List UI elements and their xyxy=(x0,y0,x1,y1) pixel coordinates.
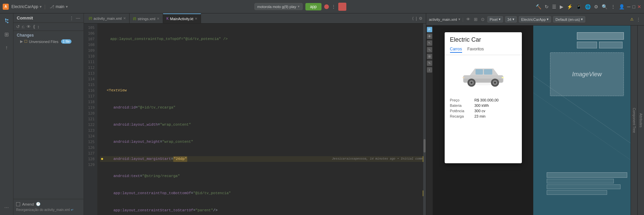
sidebar-icon-bar: ⊞ ↑ ··· xyxy=(0,13,13,215)
cursor-button[interactable]: ↖ xyxy=(427,40,432,46)
code-line: android:layout_height="wrap_content" xyxy=(100,139,424,145)
price-label: Preço xyxy=(450,98,472,102)
code-line: app:layout_constraintTop_toBottomOf="@id… xyxy=(100,190,424,196)
restore-icon[interactable]: □ xyxy=(633,4,635,9)
commit-minimize-icon[interactable]: — xyxy=(76,15,80,20)
stop-button[interactable] xyxy=(338,3,346,11)
run-button[interactable]: app xyxy=(305,3,321,10)
code-line xyxy=(100,53,424,59)
charge-value: 23 min xyxy=(475,114,486,118)
code-line: android:id="@+id/tv_recarga" xyxy=(100,105,424,111)
move-icon[interactable]: ↕ xyxy=(37,24,40,29)
vertical-scrollbar[interactable] xyxy=(423,24,426,215)
more-run-icon[interactable]: ⋮ xyxy=(332,4,336,9)
unversioned-files-row[interactable]: ▶ ☐ Unversioned Files 1 file xyxy=(13,38,84,45)
imageview-placeholder: ImageView xyxy=(550,52,624,96)
code-line: app:layout_constraintStart_toStartOf="pa… xyxy=(100,208,424,213)
text-cursor-button[interactable]: I xyxy=(427,67,432,73)
account-icon[interactable]: 👤 xyxy=(619,4,625,9)
split-icon[interactable]: | xyxy=(416,16,417,21)
scrollbar-thumb[interactable] xyxy=(424,139,426,153)
edit-button[interactable]: ✎ xyxy=(427,60,432,66)
preview-secondary: ImageView xyxy=(533,26,631,215)
build-icon[interactable]: 🔨 xyxy=(536,4,541,9)
charge-row: Recarga 23 min xyxy=(450,114,516,118)
bp-row-2 xyxy=(547,179,614,183)
reorganizacao-text: Reorganização do activity_main.xml ↵ xyxy=(16,208,81,212)
split-left-icon[interactable]: ⟨ xyxy=(412,16,414,21)
app-details: Preço R$ 300.000,00 Bateria 300 kWh Potê… xyxy=(445,95,522,122)
refresh-icon[interactable]: ↺ xyxy=(16,24,20,29)
branch-selector[interactable]: ⎇ main ▾ xyxy=(50,4,68,9)
sidebar-item-git[interactable] xyxy=(2,16,11,26)
device-manager-icon[interactable]: 📱 xyxy=(576,4,582,9)
tab-mainactivity-close-icon[interactable]: ✕ xyxy=(195,17,197,20)
main-layout: ⊞ ↑ ··· Commit ⋮ — ↺ ⎌ 👁 ⟪ ↕ Changes ▶ ☐… xyxy=(0,13,644,215)
amend-checkbox[interactable] xyxy=(16,202,20,206)
close-icon[interactable]: ✕ xyxy=(637,4,641,9)
settings-icon[interactable]: ⚙ xyxy=(594,4,598,9)
charge-label: Recarga xyxy=(450,114,472,118)
run-label: app xyxy=(310,4,317,9)
minimize-icon[interactable]: ─ xyxy=(627,4,631,9)
preview-phone: Electric Car Carros Favoritos xyxy=(433,26,533,215)
app-selector[interactable]: ElectricCarApp ▾ xyxy=(519,16,551,23)
nav-favoritos[interactable]: Favoritos xyxy=(467,47,484,53)
amend-label: Amend xyxy=(22,202,34,206)
device-selector[interactable]: motorola moto g(9) play ▾ xyxy=(254,3,303,10)
palette-button-active[interactable]: P xyxy=(427,27,432,32)
svg-point-1 xyxy=(7,22,8,23)
locale-selector[interactable]: Default (en-us) ▾ xyxy=(553,16,585,23)
revert-icon[interactable]: ⎌ xyxy=(22,24,24,29)
more-vertical-icon[interactable]: ⋮ xyxy=(611,4,615,9)
search-icon[interactable]: 🔍 xyxy=(602,4,607,9)
tab-strings-label: strings.xml xyxy=(138,17,155,21)
bp-row-4 xyxy=(547,190,607,195)
editor-tabs: ⟨/⟩ activity_main.xml ✕ ⟨/⟩ strings.xml … xyxy=(84,13,426,24)
resize-button[interactable]: ⤡ xyxy=(427,47,432,52)
battery-value: 300 kWh xyxy=(475,103,489,108)
sync-icon[interactable]: ↻ xyxy=(545,4,549,9)
code-content[interactable]: app:layout_constraintTop_toTopOf="@id/tv… xyxy=(97,24,424,215)
commit-menu-icon[interactable]: ⋮ xyxy=(69,15,74,20)
run-debug-icon[interactable]: ▶ xyxy=(560,4,563,9)
tab-close-icon[interactable]: ✕ xyxy=(123,16,126,20)
sidebar-item-push[interactable]: ↑ xyxy=(2,43,11,52)
translate-icon[interactable]: 🌐 xyxy=(585,4,591,9)
api-selector[interactable]: 34 ▾ xyxy=(505,16,517,23)
tab-activity-main[interactable]: ⟨/⟩ activity_main.xml ✕ xyxy=(85,13,130,23)
code-line xyxy=(100,71,424,76)
diff-settings-icon[interactable]: ⟪ xyxy=(33,24,35,29)
editor-settings-icon[interactable]: ⚙ xyxy=(419,16,423,21)
amend-row: Amend 🕐 xyxy=(16,202,81,206)
eye-tool-button[interactable]: 👁 xyxy=(427,34,432,39)
pixel-selector[interactable]: Pixel ▾ xyxy=(487,16,503,23)
diff-icon[interactable]: 👁 xyxy=(27,24,31,29)
blueprint-area xyxy=(577,32,624,48)
separator-icon: | xyxy=(44,4,46,9)
preview-zoom-icon[interactable]: ⊙ xyxy=(480,16,485,23)
nav-carros[interactable]: Carros xyxy=(450,47,462,53)
app-mockup: Electric Car Carros Favoritos xyxy=(445,32,522,163)
ruler-button[interactable]: ⊞ xyxy=(427,54,432,59)
battery-label: Bateria xyxy=(450,103,472,108)
app-name[interactable]: ElectricCarApp ▾ xyxy=(11,4,42,9)
sidebar-item-structure[interactable]: ⊞ xyxy=(2,30,11,39)
profiler-icon[interactable]: ⚡ xyxy=(567,4,573,9)
bp-row-1 xyxy=(547,172,627,178)
preview-blueprint-icon[interactable]: ⊞ xyxy=(473,16,478,23)
tab-strings-close-icon[interactable]: ✕ xyxy=(157,17,159,20)
imageview-label: ImageView xyxy=(572,71,602,78)
tasks-icon[interactable]: ☰ xyxy=(552,4,556,9)
tab-mainactivity[interactable]: K MainActivity.kt ✕ xyxy=(163,13,201,23)
component-tree-bar[interactable]: Component Tree xyxy=(631,26,637,215)
commit-inline-label: Jessicaraissapessoa, 14 minutes ago • In… xyxy=(332,156,423,162)
attributes-bar[interactable]: Attributes xyxy=(637,26,644,215)
power-label: Potência xyxy=(450,109,472,113)
app-selector-chevron-icon: ▾ xyxy=(547,17,549,22)
sidebar-item-more[interactable]: ··· xyxy=(2,203,11,212)
preview-more-icon[interactable]: ⋮ xyxy=(636,16,641,23)
tab-strings[interactable]: ⟨/⟩ strings.xml ✕ xyxy=(130,13,163,23)
preview-eye-icon[interactable]: 👁 xyxy=(465,16,471,23)
commit-toolbar: ↺ ⎌ 👁 ⟪ ↕ xyxy=(13,23,84,31)
